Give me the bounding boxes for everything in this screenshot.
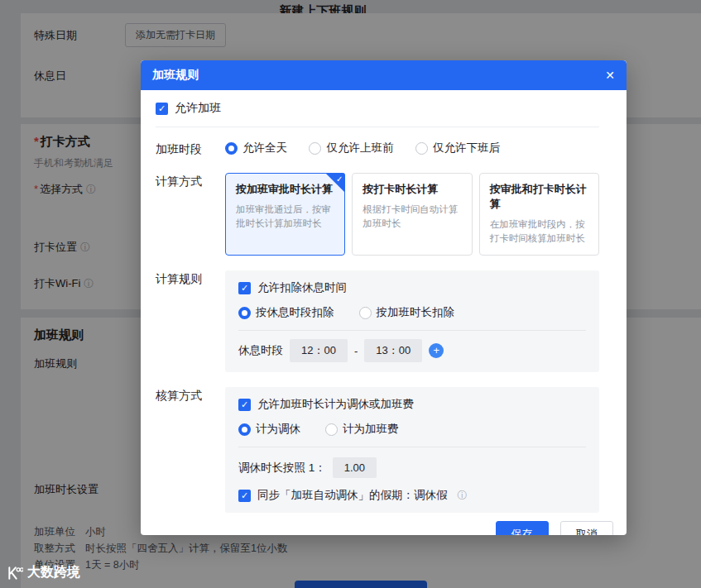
calc-card-clock-duration[interactable]: 按打卡时长计算 根据打卡时间自动计算加班时长 (352, 173, 472, 256)
deduct-mode-options: 按休息时段扣除 按加班时长扣除 (238, 305, 586, 320)
overtime-period-row: 加班时段 允许全天 仅允许上班前 仅允许下班后 (156, 141, 599, 158)
divider (238, 447, 586, 447)
cancel-button[interactable]: 取消 (560, 521, 613, 535)
deduct-rest-row: 允许扣除休息时间 (238, 280, 586, 295)
calc-rule-label: 计算规则 (156, 270, 225, 287)
modal-footer: 保存 取消 (141, 521, 627, 535)
calc-card-approval-duration[interactable]: 按加班审批时长计算 加班审批通过后，按审批时长计算加班时长 (225, 173, 345, 256)
allow-overtime-checkbox[interactable] (156, 103, 168, 115)
deduct-rest-label: 允许扣除休息时间 (257, 280, 347, 295)
modal-title: 加班规则 (152, 68, 199, 83)
calc-method-cards: 按加班审批时长计算 加班审批通过后，按审批时长计算加班时长 按打卡时长计算 根据… (225, 173, 599, 256)
rest-end-input[interactable]: 13：00 (364, 339, 422, 362)
overtime-period-label: 加班时段 (156, 141, 225, 157)
add-rest-period-button[interactable] (429, 343, 444, 358)
save-button[interactable]: 保存 (496, 521, 549, 535)
calc-method-label: 计算方式 (156, 173, 225, 189)
sync-holiday-checkbox[interactable] (238, 490, 251, 502)
radio-control[interactable] (238, 423, 251, 436)
sync-holiday-label: 同步「加班自动调休」的假期：调休假 (257, 488, 448, 503)
radio-label: 按休息时段扣除 (256, 305, 334, 320)
radio-label: 仅允许上班前 (326, 141, 393, 155)
allow-overtime-row: 允许加班 (156, 100, 599, 117)
radio-label: 按加班时长扣除 (377, 305, 455, 320)
brand-watermark: 大数跨境 (7, 564, 80, 581)
deduct-rest-checkbox[interactable] (238, 282, 251, 294)
calc-method-row: 计算方式 按加班审批时长计算 加班审批通过后，按审批时长计算加班时长 按打卡时长… (156, 173, 599, 256)
radio-option-by-rest-period[interactable]: 按休息时段扣除 (238, 305, 334, 320)
calc-rule-panel: 允许扣除休息时间 按休息时段扣除 按加班时长扣除 (225, 270, 599, 372)
radio-control[interactable] (359, 307, 372, 319)
ratio-input[interactable]: 1.00 (333, 457, 377, 478)
overtime-period-options: 允许全天 仅允许上班前 仅允许下班后 (225, 141, 599, 158)
radio-control[interactable] (238, 307, 251, 319)
info-icon[interactable] (458, 489, 468, 503)
brand-watermark-text: 大数跨境 (27, 564, 80, 581)
modal-header: 加班规则 (141, 60, 627, 90)
selected-check-icon (336, 174, 343, 184)
card-title: 按打卡时长计算 (363, 182, 461, 197)
sync-holiday-row: 同步「加班自动调休」的假期：调休假 (238, 488, 586, 503)
rest-period-label: 休息时段 (238, 343, 283, 358)
rest-period-row: 休息时段 12：00 - 13：00 (238, 339, 586, 362)
modal-body: 允许加班 加班时段 允许全天 仅允许上班前 仅允许下班后 (141, 90, 627, 513)
divider (238, 330, 586, 331)
brand-logo-icon (7, 565, 23, 581)
radio-control[interactable] (415, 142, 428, 155)
radio-option-overtime-pay[interactable]: 计为加班费 (325, 422, 399, 437)
ratio-row: 调休时长按照 1： 1.00 (238, 457, 586, 478)
settle-method-row: 核算方式 允许加班时长计为调休或加班费 计为调休 计为加班费 (156, 387, 599, 513)
card-desc: 加班审批通过后，按审批时长计算加班时长 (236, 203, 334, 232)
radio-option-all-day[interactable]: 允许全天 (225, 141, 287, 155)
radio-label: 允许全天 (242, 141, 287, 155)
radio-label: 计为调休 (256, 422, 300, 437)
card-title: 按审批和打卡时长计算 (490, 182, 588, 212)
settle-method-panel: 允许加班时长计为调休或加班费 计为调休 计为加班费 (225, 387, 599, 513)
card-desc: 根据打卡时间自动计算加班时长 (363, 203, 461, 232)
settle-method-label: 核算方式 (156, 387, 225, 404)
radio-control[interactable] (309, 142, 321, 155)
card-title: 按加班审批时长计算 (236, 182, 334, 197)
radio-label: 计为加班费 (343, 422, 399, 437)
ratio-label: 调休时长按照 1： (238, 461, 326, 476)
settle-mode-options: 计为调休 计为加班费 (238, 422, 586, 437)
radio-control[interactable] (325, 423, 338, 436)
allow-settle-row: 允许加班时长计为调休或加班费 (238, 397, 586, 412)
allow-overtime-label: 允许加班 (175, 101, 221, 116)
allow-settle-checkbox[interactable] (238, 399, 251, 411)
divider (156, 127, 599, 127)
card-desc: 在加班审批时段内，按打卡时间核算加班时长 (490, 218, 588, 247)
radio-control[interactable] (225, 142, 238, 155)
radio-option-before-work[interactable]: 仅允许上班前 (309, 141, 393, 155)
calc-rule-row: 计算规则 允许扣除休息时间 按休息时段扣除 按加班时长扣除 (156, 270, 599, 372)
range-separator: - (354, 345, 358, 357)
radio-label: 仅允许下班后 (433, 141, 500, 155)
radio-option-after-work[interactable]: 仅允许下班后 (415, 141, 500, 155)
rest-start-input[interactable]: 12：00 (290, 339, 348, 362)
screen: 新建上下班规则 特殊日期 添加无需打卡日期 休息日 *打卡方式 手机和考勤机满足… (0, 0, 701, 588)
overtime-rules-modal: 加班规则 允许加班 加班时段 允许全天 仅允许上班前 (141, 60, 627, 535)
radio-option-time-off[interactable]: 计为调休 (238, 422, 300, 437)
allow-settle-label: 允许加班时长计为调休或加班费 (257, 397, 414, 412)
close-icon[interactable] (605, 69, 615, 81)
calc-card-approval-and-clock[interactable]: 按审批和打卡时长计算 在加班审批时段内，按打卡时间核算加班时长 (479, 173, 599, 256)
radio-option-by-overtime-duration[interactable]: 按加班时长扣除 (359, 305, 455, 320)
